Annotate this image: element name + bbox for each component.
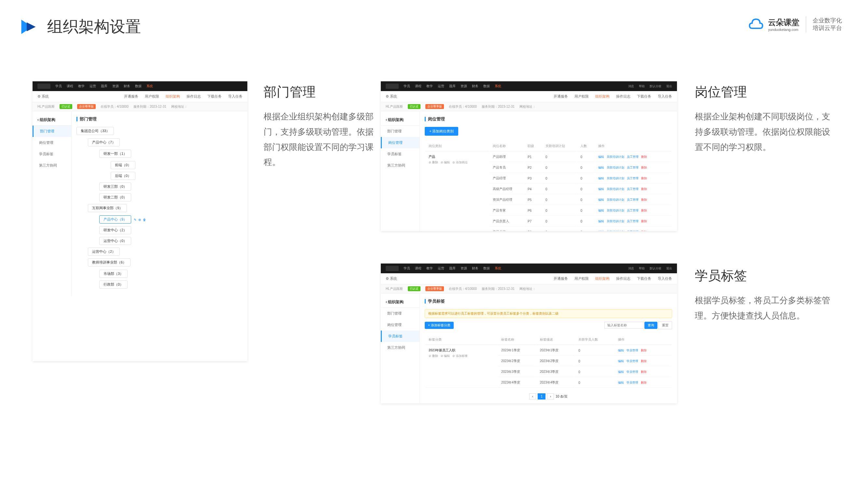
tree-label[interactable]: 互联网事业部（9） — [88, 204, 127, 212]
nav-item-active[interactable]: 系统 — [495, 84, 501, 89]
tree-label[interactable]: 产品中心（7） — [88, 138, 120, 147]
gear-icon[interactable]: ⚙ 系统 — [386, 276, 397, 281]
sidebar-item-job[interactable]: 岗位管理 — [381, 137, 420, 148]
row-actions[interactable]: 编辑学员管理删除 — [615, 367, 672, 377]
nav-item[interactable]: 资源 — [112, 84, 119, 89]
category-actions[interactable]: ⊘ 删除⊘ 编辑⊘ 添加岗位 — [429, 160, 486, 165]
subtab[interactable]: 用户权限 — [145, 94, 159, 99]
sidebar-item-dept[interactable]: 部门管理 — [381, 308, 420, 319]
nav-item[interactable]: 课程 — [415, 266, 422, 271]
gear-icon[interactable]: ⚙ 系统 — [386, 94, 397, 99]
tree-label[interactable]: 研发二部（0） — [99, 193, 131, 201]
category-actions[interactable]: ⊘ 删除⊘ 编辑⊘ 添加标签 — [429, 354, 494, 358]
reset-button[interactable]: 重置 — [658, 321, 672, 329]
nav-item-active[interactable]: 系统 — [495, 266, 501, 271]
sidebar-item-thirdparty[interactable]: 第三方协同 — [381, 342, 420, 353]
nav-item[interactable]: 题库 — [101, 84, 107, 89]
nav-item[interactable]: 数据 — [135, 84, 142, 89]
subtab[interactable]: 操作日志 — [616, 276, 630, 281]
nav-item[interactable]: 课程 — [67, 84, 73, 89]
subtab[interactable]: 用户权限 — [575, 276, 589, 281]
sidebar-item-job[interactable]: 岗位管理 — [33, 137, 71, 148]
nav-item[interactable]: 资源 — [461, 266, 467, 271]
subtab-active[interactable]: 组织架构 — [166, 94, 180, 99]
row-actions[interactable]: 编辑关联培训计划员工管理删除 — [595, 152, 672, 162]
row-actions[interactable]: 编辑学员管理删除 — [615, 378, 672, 388]
tree-label[interactable]: 前端（0） — [111, 161, 135, 169]
tree-label[interactable]: 研发三部（0） — [99, 183, 131, 191]
tree-root-label[interactable]: 集团总公司（33） — [76, 127, 114, 135]
topbar-help[interactable]: 帮助 — [639, 266, 645, 271]
subtab[interactable]: 操作日志 — [186, 94, 201, 99]
nav-item[interactable]: 运营 — [438, 84, 444, 89]
subtab-active[interactable]: 组织架构 — [595, 276, 610, 281]
search-input[interactable] — [604, 322, 644, 329]
nav-item-active[interactable]: 系统 — [147, 84, 153, 89]
nav-item[interactable]: 学员 — [55, 84, 62, 89]
tree-label[interactable]: 教师培训事业部（6） — [88, 258, 130, 266]
nav-item[interactable]: 教学 — [78, 84, 85, 89]
topbar-help[interactable]: 帮助 — [639, 84, 645, 89]
topbar-logout[interactable]: 退出 — [666, 266, 672, 271]
add-job-category-button[interactable]: + 添加岗位类别 — [425, 127, 458, 136]
node-actions[interactable]: ✎⊕🗑 — [134, 218, 146, 222]
tree-label[interactable]: 市场部（3） — [99, 270, 128, 278]
row-actions[interactable]: 编辑关联培训计划员工管理删除 — [595, 163, 672, 173]
sidebar-item-dept[interactable]: 部门管理 — [381, 126, 420, 137]
tree-label[interactable]: 研发中心（2） — [99, 226, 131, 234]
topbar-msg[interactable]: 消息 — [628, 84, 634, 89]
nav-item[interactable]: 数据 — [483, 266, 490, 271]
row-actions[interactable]: 编辑关联培训计划员工管理删除 — [595, 206, 672, 216]
subtab[interactable]: 导入任务 — [658, 276, 672, 281]
topbar-msg[interactable]: 消息 — [628, 266, 634, 271]
sidebar-item-tag[interactable]: 学员标签 — [381, 330, 420, 342]
subtab[interactable]: 开通服务 — [554, 276, 568, 281]
nav-item[interactable]: 财务 — [472, 84, 478, 89]
tree-label[interactable]: 后端（0） — [111, 172, 135, 180]
nav-item[interactable]: 教学 — [426, 266, 433, 271]
nav-item[interactable]: 教学 — [426, 84, 433, 89]
nav-item[interactable]: 数据 — [483, 84, 490, 89]
nav-item[interactable]: 学员 — [404, 266, 410, 271]
sidebar-item-job[interactable]: 岗位管理 — [381, 319, 420, 330]
nav-item[interactable]: 资源 — [461, 84, 467, 89]
subtab[interactable]: 开通服务 — [554, 94, 568, 99]
sidebar-item-tag[interactable]: 学员标签 — [33, 148, 71, 160]
nav-item[interactable]: 财务 — [124, 84, 130, 89]
sidebar-item-thirdparty[interactable]: 第三方协同 — [33, 160, 71, 171]
page-next[interactable]: › — [547, 393, 554, 399]
row-actions[interactable]: 编辑关联培训计划员工管理删除 — [595, 184, 672, 194]
row-actions[interactable]: 编辑学员管理删除 — [615, 356, 672, 366]
nav-item[interactable]: 题库 — [449, 266, 456, 271]
subtab[interactable]: 操作日志 — [616, 94, 630, 99]
row-actions[interactable]: 编辑关联培训计划员工管理删除 — [595, 227, 672, 231]
row-actions[interactable]: 编辑学员管理删除 — [615, 346, 672, 356]
sidebar-item-thirdparty[interactable]: 第三方协同 — [381, 160, 420, 171]
page-1[interactable]: 1 — [538, 393, 546, 399]
nav-item[interactable]: 运营 — [438, 266, 444, 271]
subtab[interactable]: 用户权限 — [575, 94, 589, 99]
subtab[interactable]: 导入任务 — [658, 94, 672, 99]
nav-item[interactable]: 题库 — [449, 84, 456, 89]
topbar-school[interactable]: 默认分校 — [650, 84, 661, 89]
sidebar-item-dept[interactable]: 部门管理 — [33, 126, 71, 137]
nav-item[interactable]: 运营 — [90, 84, 96, 89]
subtab[interactable]: 导入任务 — [228, 94, 243, 99]
subtab-active[interactable]: 组织架构 — [595, 94, 610, 99]
tree-label[interactable]: 研发一部（1） — [99, 150, 131, 158]
subtab[interactable]: 下载任务 — [637, 276, 651, 281]
page-prev[interactable]: ‹ — [529, 393, 536, 399]
row-actions[interactable]: 编辑关联培训计划员工管理删除 — [595, 195, 672, 205]
nav-item[interactable]: 学员 — [404, 84, 410, 89]
search-button[interactable]: 查询 — [644, 322, 657, 329]
nav-item[interactable]: 财务 — [472, 266, 478, 271]
nav-item[interactable]: 课程 — [415, 84, 422, 89]
sidebar-item-tag[interactable]: 学员标签 — [381, 148, 420, 160]
topbar-school[interactable]: 默认分校 — [650, 266, 661, 271]
subtab[interactable]: 开通服务 — [124, 94, 138, 99]
row-actions[interactable]: 编辑关联培训计划员工管理删除 — [595, 173, 672, 184]
tree-label[interactable]: 运营中心（0） — [99, 237, 131, 245]
topbar-logout[interactable]: 退出 — [666, 84, 672, 89]
tree-label[interactable]: 行政部（0） — [99, 281, 128, 289]
tree-label[interactable]: 运营中心（2） — [88, 248, 120, 256]
